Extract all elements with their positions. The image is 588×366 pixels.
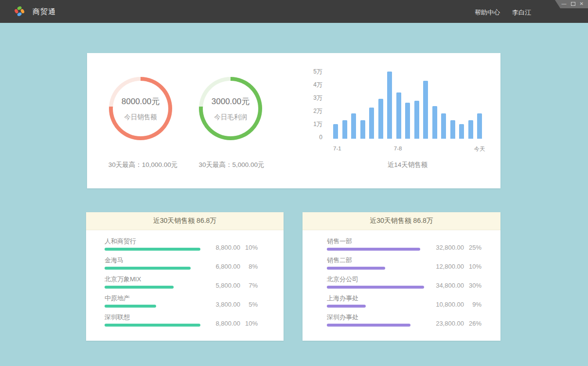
rank-item-values: 32,800.0025% xyxy=(425,244,481,251)
sales-bar xyxy=(414,101,419,139)
app-title: 商贸通 xyxy=(33,7,56,17)
rank-item-values: 34,800.0030% xyxy=(425,282,481,289)
rank-item-label: 深圳联想 xyxy=(105,313,201,321)
overview-card: 8000.00元 今日销售额 30天最高：10,000.00元 3000.00元… xyxy=(87,53,500,188)
rank-item-values: 6,800.008% xyxy=(201,263,258,270)
rank-item-bar xyxy=(105,286,174,289)
rank-item-label: 人和商贸行 xyxy=(105,238,201,245)
rank-item-label: 北京分公司 xyxy=(327,275,425,283)
y-tick-label: 5万 xyxy=(313,68,322,75)
today-profit-value: 3000.00元 xyxy=(212,96,249,107)
rank-item-values: 8,800.0010% xyxy=(201,244,258,251)
bar-chart-y-axis: 5万4万3万2万1万0 xyxy=(299,68,322,141)
rank-item-bar xyxy=(327,248,420,251)
titlebar: 商贸通 帮助中心 李白江 — ✕ xyxy=(0,0,588,23)
y-tick-label: 0 xyxy=(319,133,322,141)
x-tick-middle: 7-8 xyxy=(394,146,402,151)
sales-bar xyxy=(423,81,428,139)
window-controls: — ✕ xyxy=(555,0,588,8)
rank-item-bar xyxy=(327,305,366,308)
rank-item-values: 23,800.0026% xyxy=(425,320,481,327)
rank-item-label: 金海马 xyxy=(105,256,201,264)
maximize-icon[interactable] xyxy=(571,2,575,6)
rank-item-values: 10,800.009% xyxy=(425,301,481,308)
rank-item-bar xyxy=(105,324,200,327)
sales-bar xyxy=(405,103,410,139)
sales-bar xyxy=(459,124,464,139)
sales-bar xyxy=(378,99,383,139)
rank-item-bar xyxy=(105,305,156,308)
customer-rank-list: 人和商贸行8,800.0010%金海马6,800.008%北京万象MIX5,80… xyxy=(86,230,284,327)
rank-item-label: 中原地产 xyxy=(105,294,201,302)
rank-item-bar xyxy=(327,267,385,270)
sales-bar xyxy=(369,108,374,139)
minimize-icon[interactable]: — xyxy=(562,1,567,6)
bar-chart-plot-area xyxy=(333,68,482,139)
bar-chart-title: 近14天销售额 xyxy=(333,161,482,169)
today-sales-donut: 8000.00元 今日销售额 xyxy=(109,77,172,140)
rank-item: 北京万象MIX5,800.007% xyxy=(105,275,258,289)
profit-30day-max-caption: 30天最高：5,000.00元 xyxy=(176,161,287,169)
rank-item-label: 上海办事处 xyxy=(327,294,425,302)
rank-item-values: 8,800.0010% xyxy=(201,320,258,327)
close-icon[interactable]: ✕ xyxy=(580,1,584,6)
x-tick-first: 7-1 xyxy=(333,146,341,151)
rank-item-values: 12,800.0010% xyxy=(425,263,481,270)
today-sales-value: 8000.00元 xyxy=(122,96,160,107)
app-logo-pinwheel-icon xyxy=(13,5,26,18)
dept-rank-title: 近30天销售额 86.8万 xyxy=(303,212,500,230)
rank-item-label: 北京万象MIX xyxy=(105,275,201,283)
rank-item: 金海马6,800.008% xyxy=(105,256,258,270)
sales-bar xyxy=(360,120,365,139)
today-profit-donut: 3000.00元 今日毛利润 xyxy=(199,77,262,140)
rank-item-label: 销售二部 xyxy=(327,256,425,264)
today-sales-label: 今日销售额 xyxy=(124,113,157,122)
rank-item: 上海办事处10,800.009% xyxy=(327,294,481,308)
customer-rank-card: 近30天销售额 86.8万 人和商贸行8,800.0010%金海马6,800.0… xyxy=(86,212,284,341)
help-center-link[interactable]: 帮助中心 xyxy=(475,8,500,17)
sales-bar xyxy=(441,113,446,139)
rank-item: 北京分公司34,800.0030% xyxy=(327,275,481,289)
rank-item: 人和商贸行8,800.0010% xyxy=(105,238,258,251)
sales-bar xyxy=(333,124,338,139)
y-tick-label: 3万 xyxy=(313,94,322,102)
rank-item-bar xyxy=(105,267,191,270)
y-tick-label: 2万 xyxy=(313,107,322,115)
sales-bar xyxy=(342,120,347,139)
customer-rank-title: 近30天销售额 86.8万 xyxy=(86,212,284,230)
rank-item: 深圳联想8,800.0010% xyxy=(105,313,258,327)
x-tick-today: 今天 xyxy=(474,146,485,153)
today-profit-label: 今日毛利润 xyxy=(214,113,247,122)
user-menu[interactable]: 李白江 xyxy=(512,8,531,17)
rank-item: 中原地产3,800.005% xyxy=(105,294,258,308)
sales-bar xyxy=(450,120,455,139)
y-tick-label: 1万 xyxy=(313,120,322,128)
rank-item: 销售二部12,800.0010% xyxy=(327,256,481,270)
rank-item: 深圳办事处23,800.0026% xyxy=(327,313,481,327)
dept-rank-card: 近30天销售额 86.8万 销售一部32,800.0025%销售二部12,800… xyxy=(303,212,500,341)
sales-bar xyxy=(477,113,482,139)
rank-item: 销售一部32,800.0025% xyxy=(327,238,481,251)
dept-rank-list: 销售一部32,800.0025%销售二部12,800.0010%北京分公司34,… xyxy=(303,230,500,327)
sales-bar xyxy=(387,72,392,139)
sales-bar xyxy=(432,106,437,139)
rank-item-bar xyxy=(327,324,410,327)
rank-item-bar xyxy=(327,286,424,289)
sales-bar xyxy=(396,92,401,139)
y-tick-label: 4万 xyxy=(313,81,322,89)
rank-item-bar xyxy=(105,248,200,251)
rank-item-values: 3,800.005% xyxy=(201,301,258,308)
rank-item-label: 深圳办事处 xyxy=(327,313,425,321)
rank-item-values: 5,800.007% xyxy=(201,282,258,289)
rank-item-label: 销售一部 xyxy=(327,238,425,245)
sales-bar xyxy=(351,113,356,139)
sales-bar xyxy=(468,120,473,139)
